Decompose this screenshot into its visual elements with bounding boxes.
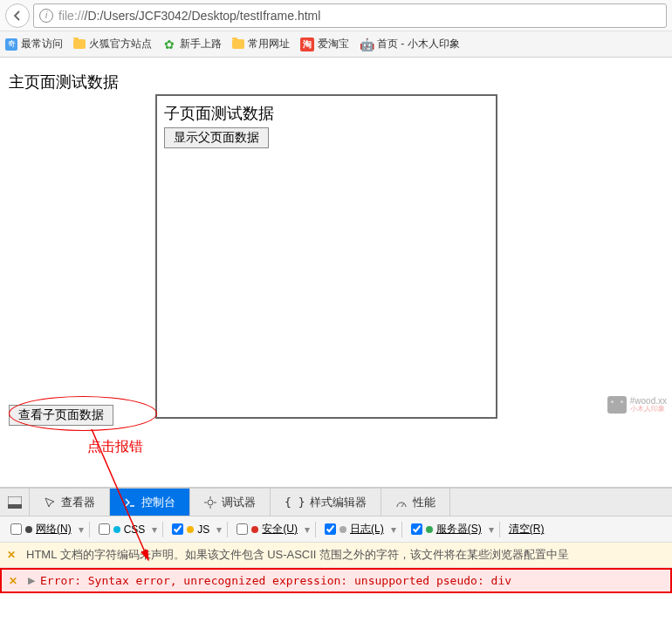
iframe-container: 子页面测试数据 显示父页面数据 (155, 94, 497, 419)
bookmark-label: 首页 - 小木人印象 (377, 37, 460, 51)
debugger-icon (204, 496, 216, 509)
info-icon[interactable]: i (39, 9, 53, 23)
clear-button[interactable]: 清空(R) (505, 522, 548, 537)
watermark-text: #wood.xx 小木人印象 (630, 397, 667, 413)
bookmark-label: 爱淘宝 (318, 37, 349, 51)
tab-performance[interactable]: 性能 (381, 489, 450, 516)
bookmark-common-urls[interactable]: 常用网址 (232, 37, 290, 51)
bookmark-label: 常用网址 (248, 37, 290, 51)
url-text: file:///D:/Users/JCF3042/Desktop/testIfr… (58, 9, 320, 23)
back-button[interactable] (5, 3, 30, 28)
folder-icon (73, 39, 86, 49)
dock-icon (8, 496, 22, 509)
devtools-dock-button[interactable] (0, 489, 30, 516)
arrow-left-icon (11, 10, 24, 22)
bookmark-label: 新手上路 (180, 37, 222, 51)
bookmark-new-to-road[interactable]: ✿ 新手上路 (162, 37, 222, 51)
bookmark-label: 火狐官方站点 (89, 37, 152, 51)
url-bar[interactable]: i file:///D:/Users/JCF3042/Desktop/testI… (33, 3, 667, 28)
svg-line-8 (401, 503, 404, 507)
tab-style-editor[interactable]: { } 样式编辑器 (271, 489, 381, 516)
bookmark-home-xmr[interactable]: 🤖 首页 - 小木人印象 (360, 37, 460, 51)
browser-navbar: i file:///D:/Users/JCF3042/Desktop/testI… (0, 0, 672, 31)
show-parent-data-button[interactable]: 显示父页面数据 (164, 127, 269, 148)
tab-label: 性能 (413, 495, 435, 510)
dismiss-icon[interactable]: ✕ (7, 549, 19, 561)
svg-point-3 (208, 500, 213, 505)
svg-rect-2 (8, 504, 22, 509)
tab-label: 样式编辑器 (310, 495, 367, 510)
tab-label: 调试器 (222, 495, 256, 510)
filter-server[interactable]: 服务器(S) (408, 522, 485, 537)
bookmarks-bar: 奇 最常访问 火狐官方站点 ✿ 新手上路 常用网址 淘 爱淘宝 🤖 首页 - 小… (0, 31, 672, 58)
sub-page-title: 子页面测试数据 (164, 103, 489, 124)
view-child-data-button[interactable]: 查看子页面数据 (9, 405, 113, 426)
inspector-icon (44, 496, 56, 509)
bookmark-firefox-official[interactable]: 火狐官方站点 (73, 37, 152, 51)
bookmark-most-visited[interactable]: 奇 最常访问 (5, 37, 63, 51)
bookmark-aitaobao[interactable]: 淘 爱淘宝 (300, 37, 349, 51)
watermark: #wood.xx 小木人印象 (607, 396, 667, 414)
droid-icon: 🤖 (360, 38, 374, 51)
performance-icon (395, 496, 408, 509)
expand-icon[interactable]: ▶ (28, 575, 35, 586)
bookmark-label: 最常访问 (21, 37, 63, 51)
folder-icon (232, 39, 244, 49)
style-editor-icon: { } (285, 496, 305, 509)
tab-debugger[interactable]: 调试器 (190, 489, 271, 516)
robot-icon (607, 396, 627, 414)
filter-log[interactable]: 日志(L) (321, 522, 387, 537)
filter-security[interactable]: 安全(U) (233, 522, 301, 537)
main-button-row: 查看子页面数据 点击报错 (9, 405, 663, 426)
dismiss-icon[interactable]: ✕ (9, 575, 21, 587)
globe-icon: ✿ (162, 38, 176, 51)
tao-icon: 淘 (300, 38, 314, 51)
page-content: 主页面测试数据 子页面测试数据 显示父页面数据 查看子页面数据 点击报错 #wo… (0, 58, 672, 434)
main-page-title: 主页面测试数据 (9, 72, 663, 92)
qi-icon: 奇 (5, 38, 17, 51)
annotation-text: 点击报错 (87, 438, 143, 456)
